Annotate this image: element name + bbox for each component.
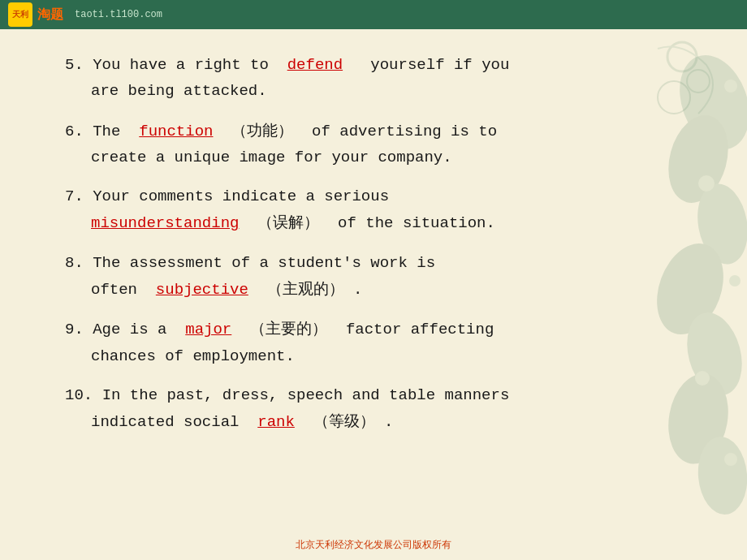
item-10-answer: rank [257, 413, 295, 431]
item-8-before: The assessment of a student's work is [93, 254, 435, 272]
item-9-number: 9. [65, 321, 84, 338]
item-7-number: 7. [65, 187, 84, 205]
logo-area: 天利 淘题 taoti.tl100.com [8, 2, 162, 27]
item-6-answer: function [139, 123, 213, 140]
item-9-chinese: （主要的） [250, 320, 327, 337]
item-8: 8. The assessment of a student's work is… [65, 250, 682, 304]
item-8-number: 8. [65, 254, 84, 272]
item-6: 6. The function （功能） of advertising is t… [65, 118, 682, 171]
item-10-chinese: （等级） [313, 412, 375, 429]
item-7-answer-block: misunderstanding （误解） of the situation. [91, 214, 495, 232]
item-10-number: 10. [65, 386, 93, 404]
item-9-before: Age is a [93, 321, 166, 338]
item-6-chinese: （功能） [231, 122, 293, 139]
logo-url: taoti.tl100.com [75, 9, 162, 20]
item-9-answer: major [185, 321, 231, 338]
item-5-after: yourself if you [370, 56, 509, 74]
item-7-before: Your comments indicate a serious [93, 187, 389, 205]
item-5: 5. You have a right to defend yourself i… [65, 52, 682, 105]
item-7-after: of the situation. [338, 214, 495, 232]
item-7-chinese: （误解） [257, 213, 319, 230]
logo-taoti-text: 淘题 [37, 6, 63, 24]
item-8-chinese: （主观的） [267, 280, 344, 297]
item-5-continuation: are being attacked. [91, 78, 682, 104]
item-7-answer: misunderstanding [91, 214, 239, 232]
item-6-number: 6. [65, 123, 84, 140]
item-9: 9. Age is a major （主要的） factor affecting… [65, 316, 682, 369]
item-8-answer: subjective [156, 281, 248, 299]
item-5-answer: defend [287, 56, 343, 74]
item-8-prefix: often [91, 281, 137, 299]
item-10-prefix: indicated social [91, 413, 239, 431]
header: 天利 淘题 taoti.tl100.com [0, 0, 747, 29]
logo-icon: 天利 [8, 2, 32, 27]
item-7: 7. Your comments indicate a serious misu… [65, 183, 682, 237]
item-9-after: factor affecting [346, 321, 494, 338]
item-5-text: 5. You have a right to defend yourself i… [65, 56, 509, 74]
item-8-after: . [353, 281, 362, 299]
item-10-before: In the past, dress, speech and table man… [102, 386, 510, 404]
footer: 北京天利经济文化发展公司版权所有 [0, 538, 747, 552]
item-10-after: . [384, 413, 393, 431]
item-6-after: of advertising is to [312, 123, 497, 140]
main-content: 5. You have a right to defend yourself i… [0, 29, 747, 465]
footer-text: 北京天利经济文化发展公司版权所有 [296, 539, 451, 550]
item-5-number: 5. [65, 56, 84, 74]
item-10-continuation-block: indicated social rank （等级） . [91, 413, 393, 431]
item-10: 10. In the past, dress, speech and table… [65, 382, 682, 436]
item-6-before: The [93, 123, 120, 140]
item-8-continuation-block: often subjective （主观的） . [91, 281, 362, 299]
item-6-continuation: create a unique image for your company. [91, 144, 682, 170]
item-5-before: You have a right to [93, 56, 269, 74]
item-9-continuation: chances of employment. [91, 343, 682, 369]
